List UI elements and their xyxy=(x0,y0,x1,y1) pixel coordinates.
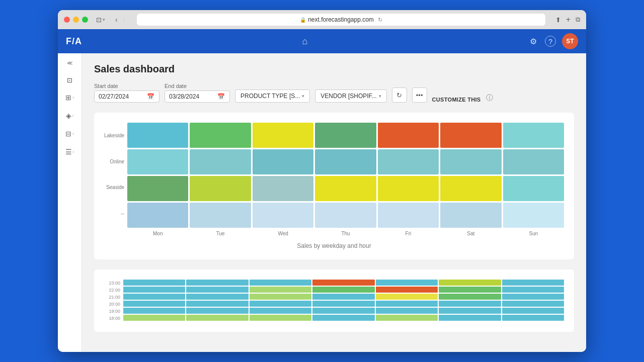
heatmap-cell xyxy=(378,149,439,174)
heatmap2-cell xyxy=(250,308,311,314)
nav-arrows: ‹ › xyxy=(113,15,127,25)
product-type-filter[interactable]: PRODUCT TYPE [S... ▾ xyxy=(235,89,310,103)
forward-button[interactable]: › xyxy=(121,15,127,25)
heatmap-x-label: Wed xyxy=(253,231,313,236)
traffic-lights xyxy=(64,17,88,23)
heatmap2-row xyxy=(123,294,564,300)
grid-icon: ⊟ xyxy=(65,130,71,138)
lock-icon: 🔒 xyxy=(300,17,306,23)
sidebar-toggle-icon: ⊡ xyxy=(96,16,102,24)
heatmap2-wrap: 23:0022:0021:0020:0019:0018:00 xyxy=(104,280,564,322)
chevron-right-icon-3: › xyxy=(72,131,74,136)
more-options-icon: ••• xyxy=(416,92,423,99)
sidebar-toggle[interactable]: ⊡ ▾ xyxy=(96,16,105,24)
tabs-icon[interactable]: ⧉ xyxy=(576,16,580,24)
sidebar-item-grid[interactable]: ⊟ › xyxy=(60,126,80,142)
sidebar-item-images[interactable]: ⊞ › xyxy=(60,89,80,106)
reload-icon[interactable]: ↻ xyxy=(378,17,382,23)
heatmap-x-label: Thu xyxy=(315,231,376,236)
sidebar-item-list[interactable]: ☰ › xyxy=(60,144,80,160)
heatmap2-cell xyxy=(502,280,564,286)
heatmap2-cell xyxy=(123,308,185,314)
heatmap-grid-area: MonTueWedThuFriSatSun xyxy=(127,123,564,236)
heatmap-cell xyxy=(440,203,501,228)
heatmap2-y-label: 21:00 xyxy=(104,294,120,301)
heatmap-cell xyxy=(190,176,251,201)
heatmap2-cell xyxy=(250,287,311,293)
main-content: Sales dashboard Start date 📅 End date xyxy=(82,53,586,352)
back-button[interactable]: ‹ xyxy=(113,15,120,25)
heatmap2-y-label: 22:00 xyxy=(104,287,120,294)
fullscreen-button[interactable] xyxy=(82,17,88,23)
heatmap-cell xyxy=(190,149,251,174)
vendor-filter[interactable]: VENDOR [SHOPIF... ▾ xyxy=(315,89,386,103)
product-type-chevron: ▾ xyxy=(302,94,304,99)
end-date-field: End date 📅 xyxy=(165,83,230,103)
heatmap2-cell xyxy=(312,287,374,293)
heatmap2-cell xyxy=(312,294,374,300)
close-button[interactable] xyxy=(64,17,70,23)
heatmap-y-axis: LakesideOnlineSeaside-- xyxy=(104,123,124,236)
chevron-right-icon-4: › xyxy=(73,149,74,154)
heatmap2-y-label: 19:00 xyxy=(104,308,120,315)
heatmap2-cell xyxy=(123,280,185,286)
heatmap-cell xyxy=(253,149,313,174)
heatmap-cell xyxy=(378,123,439,148)
start-date-input[interactable] xyxy=(99,93,144,100)
end-date-input-container[interactable]: 📅 xyxy=(165,90,230,103)
start-date-input-container[interactable]: 📅 xyxy=(94,90,159,103)
heatmap-cell xyxy=(127,203,188,228)
sidebar-collapse-button[interactable]: ≪ xyxy=(63,57,77,68)
heatmap2-cell xyxy=(186,301,248,307)
heatmap2-cell xyxy=(502,315,564,321)
heatmap2-cell xyxy=(123,287,185,293)
documents-icon: ⊡ xyxy=(67,76,72,84)
heatmap-cell xyxy=(503,123,564,148)
reload-button[interactable]: ↻ xyxy=(392,87,407,103)
user-avatar[interactable]: ST xyxy=(562,33,578,49)
heatmap-x-label: Tue xyxy=(190,231,251,236)
chevron-right-icon-2: › xyxy=(72,113,74,118)
new-tab-button[interactable]: + xyxy=(566,15,571,24)
help-button[interactable]: ? xyxy=(545,36,556,47)
heatmap2-row xyxy=(123,315,564,321)
heatmap-x-label: Mon xyxy=(127,231,188,236)
more-options-button[interactable]: ••• xyxy=(412,87,427,103)
calendar-icon: 📅 xyxy=(147,93,154,100)
list-icon: ☰ xyxy=(65,148,72,156)
heatmap2-cell xyxy=(502,308,564,314)
start-date-label: Start date xyxy=(94,83,159,89)
heatmap2-cell xyxy=(502,287,564,293)
heatmap-cell xyxy=(440,176,501,201)
heatmap2-cell xyxy=(376,301,438,307)
heatmap2-cell xyxy=(312,301,374,307)
heatmap2-cell xyxy=(123,294,185,300)
heatmap-x-axis: MonTueWedThuFriSatSun xyxy=(127,231,564,236)
minimize-button[interactable] xyxy=(73,17,79,23)
heatmap2-row xyxy=(123,308,564,314)
heatmap-x-label: Fri xyxy=(378,231,439,236)
heatmap-cell xyxy=(253,176,313,201)
end-date-input[interactable] xyxy=(169,93,214,100)
heatmap-wrap: LakesideOnlineSeaside-- MonTueWedThuFriS… xyxy=(104,123,564,236)
sidebar-item-gallery[interactable]: ◈ › xyxy=(60,108,80,124)
chevron-right-icon: › xyxy=(72,95,74,100)
heatmap2-cell xyxy=(502,294,564,300)
address-bar[interactable]: 🔒 next.forecastingapp.com ↻ xyxy=(137,14,545,26)
url-text: next.forecastingapp.com xyxy=(308,16,374,23)
heatmap-cell xyxy=(315,176,376,201)
heatmap2-cell xyxy=(123,315,185,321)
main-layout: ≪ ⊡ ⊞ › ◈ › ⊟ › ☰ › Sales dashboard xyxy=(58,53,586,352)
sidebar-item-documents[interactable]: ⊡ xyxy=(60,72,79,87)
heatmap2-cell xyxy=(439,294,501,300)
heatmap-cell xyxy=(190,123,251,148)
home-button[interactable]: ⌂ xyxy=(302,36,308,47)
filter-help-icon[interactable]: ⓘ xyxy=(486,94,493,103)
heatmap2-cell xyxy=(186,287,248,293)
customize-button[interactable]: CUSTOMIZE THIS xyxy=(432,97,481,103)
settings-button[interactable]: ⚙ xyxy=(528,35,539,48)
heatmap2-cell xyxy=(502,301,564,307)
heatmap2-cell xyxy=(250,294,311,300)
share-icon[interactable]: ⬆ xyxy=(555,16,561,24)
product-type-label: PRODUCT TYPE [S... xyxy=(240,93,300,100)
